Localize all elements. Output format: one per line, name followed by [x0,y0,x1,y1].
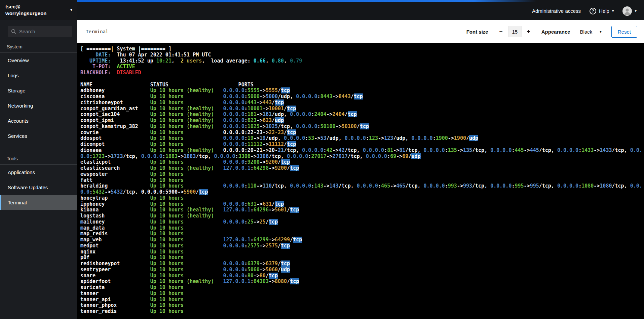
administrative-access-label: Administrative access [532,8,581,14]
terminal-line: cowrie Up 10 hours 0.0.0.0:22-23->22-23/… [80,130,644,136]
help-icon: ? [590,8,596,14]
terminal-line: 0.0:1723->1723/tcp, 0.0.0.0:1883->1883/t… [80,154,644,160]
sidebar-item-applications[interactable]: Applications [0,165,77,180]
host-user: tsec@ [5,3,72,10]
terminal-line: ipphoney Up 10 hours 0.0.0.0:631->631/tc… [80,201,644,207]
toolbar-controls: Font size − 15 + Appearance Black ▾ Rese… [466,26,637,38]
host-name: worryingsurgeon [5,10,72,17]
sidebar-item-services[interactable]: Services [0,128,77,144]
session-menu[interactable]: ▾ [622,6,637,16]
terminal-line: map_redis Up 10 hours [80,231,644,237]
terminal-line: T-POT: ACTIVE [80,64,644,70]
terminal-line: conpot_kamstrup_382 Up 10 hours (healthy… [80,124,644,130]
terminal-line: medpot Up 10 hours 0.0.0.0:2575->2575/tc… [80,243,644,249]
user-icon [622,6,632,16]
terminal-line: ddospot Up 10 hours 0.0.0.0:19->19/udp, … [80,135,644,142]
terminal-line: adbhoney Up 10 hours (healthy) 0.0.0.0:5… [80,88,644,94]
terminal-line: logstash Up 10 hours (healthy) [80,213,644,219]
terminal-line: tanner_phpox Up 10 hours [80,303,644,309]
font-size-label: Font size [466,29,488,35]
sidebar-item-terminal[interactable]: Terminal [0,195,77,210]
reset-button[interactable]: Reset [611,26,637,38]
font-size-value: 15 [508,26,521,37]
sidebar-item-software-updates[interactable]: Software Updates [0,180,77,195]
sidebar-item-logs[interactable]: Logs [0,68,77,83]
terminal-line: NAME STATUS PORTS [80,82,644,88]
font-size-stepper: − 15 + [494,26,536,37]
nav-section-system: System [0,39,77,53]
sidebar-item-accounts[interactable]: Accounts [0,113,77,128]
terminal-line: honeytrap Up 10 hours [80,195,644,201]
appearance-value: Black [580,29,593,35]
sidebar: tsec@ worryingsurgeon ▾ System Overview … [0,0,77,319]
terminal-toolbar: Terminal Font size − 15 + Appearance Bla… [77,20,644,43]
terminal-line: heralding Up 10 hours 0.0.0.0:110->110/t… [80,183,644,189]
chevron-down-icon: ▾ [70,7,72,12]
terminal-line: 0.0:5432->5432/tcp, 0.0.0.0:5900->5900/t… [80,189,644,195]
main-area: Administrative access ? Help ▾ ▾ Termina… [77,0,644,319]
terminal-line: map_web Up 10 hours 127.0.0.1:64299->642… [80,237,644,243]
terminal-line: tanner_redis Up 10 hours [80,309,644,315]
terminal-line: tanner_api Up 10 hours [80,297,644,303]
terminal-line: fatt Up 10 hours [80,177,644,184]
terminal-line: [ ========| System |======== ] [80,46,644,52]
host-switcher[interactable]: tsec@ worryingsurgeon ▾ [0,0,77,20]
terminal-line: kibana Up 10 hours (healthy) 127.0.0.1:6… [80,207,644,213]
help-menu[interactable]: ? Help ▾ [590,8,614,14]
sidebar-item-storage[interactable]: Storage [0,83,77,98]
sidebar-search[interactable] [8,26,72,37]
terminal-line: conpot_guardian_ast Up 10 hours (healthy… [80,106,644,112]
sidebar-item-overview[interactable]: Overview [0,53,77,68]
help-label: Help [599,8,609,14]
appearance-label: Appearance [541,29,570,35]
terminal-screen[interactable]: [ ========| System |======== ] DATE: Thu… [77,43,644,319]
terminal-line: conpot_ipmi Up 10 hours (healthy) 0.0.0.… [80,118,644,124]
terminal-line: spiderfoot Up 10 hours (healthy) 127.0.0… [80,279,644,285]
terminal-line: mailoney Up 10 hours 0.0.0.0:25->25/tcp [80,219,644,225]
terminal-line: dicompot Up 10 hours 0.0.0.0:11112->1111… [80,142,644,148]
terminal-line: ciscoasa Up 10 hours 0.0.0.0:5000->5000/… [80,94,644,100]
terminal-line: sentrypeer Up 10 hours 0.0.0.0:5060->506… [80,267,644,273]
avatar [622,6,632,16]
search-input[interactable] [19,29,66,34]
terminal-line [80,76,644,82]
search-icon [11,29,16,34]
administrative-access-button[interactable]: Administrative access [532,8,581,14]
nav-spacer [0,144,77,151]
sidebar-item-networking[interactable]: Networking [0,98,77,113]
terminal-line: snare Up 10 hours 0.0.0.0:80->80/tcp [80,273,644,279]
masthead: Administrative access ? Help ▾ ▾ [77,0,644,20]
terminal-line: suricata Up 10 hours [80,285,644,291]
chevron-down-icon: ▾ [600,30,602,34]
terminal-line: ewsposter Up 10 hours [80,171,644,177]
chevron-down-icon: ▾ [635,9,637,13]
page-title: Terminal [86,29,108,34]
terminal-line: redishoneypot Up 10 hours 0.0.0.0:6379->… [80,261,644,267]
appearance-select[interactable]: Black ▾ [576,26,606,37]
terminal-line: BLACKHOLE: DISABLED [80,70,644,76]
terminal-line: dionaea Up 10 hours (healthy) 0.0.0.0:20… [80,148,644,154]
nav-section-tools: Tools [0,151,77,165]
terminal-line: citrixhoneypot Up 10 hours 0.0.0.0:443->… [80,100,644,106]
terminal-line: elasticsearch Up 10 hours (healthy) 127.… [80,165,644,171]
chevron-down-icon: ▾ [612,9,614,13]
font-size-increase-button[interactable]: + [521,26,536,37]
terminal-line: conpot_iec104 Up 10 hours (healthy) 0.0.… [80,112,644,118]
terminal-line: p0f Up 10 hours [80,255,644,261]
terminal-line: map_data Up 10 hours [80,225,644,231]
terminal-line: DATE: Thu 07 Apr 2022 01:41:51 PM UTC [80,52,644,58]
terminal-line: tanner Up 10 hours [80,291,644,297]
terminal-line: nginx Up 10 hours [80,249,644,255]
terminal-line: elasticpot Up 10 hours 0.0.0.0:9200->920… [80,159,644,165]
terminal-line: UPTIME: 13:41:52 up 10:21, 2 users, load… [80,58,644,64]
font-size-decrease-button[interactable]: − [494,26,508,37]
